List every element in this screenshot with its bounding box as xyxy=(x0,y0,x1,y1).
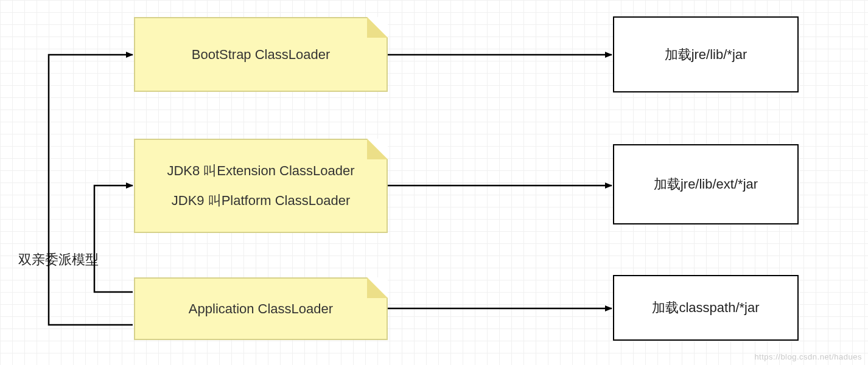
note-bootstrap-label: BootStrap ClassLoader xyxy=(192,47,330,63)
box-classpath-label: 加载classpath/*jar xyxy=(652,299,759,317)
folded-corner-icon xyxy=(367,277,388,298)
note-extension-line1: JDK8 叫Extension ClassLoader xyxy=(167,156,354,186)
note-extension-line2: JDK9 叫Platform ClassLoader xyxy=(172,186,350,215)
box-classpath: 加载classpath/*jar xyxy=(613,275,799,341)
watermark-text: https://blog.csdn.net/hadues xyxy=(754,352,862,361)
note-extension-classloader: JDK8 叫Extension ClassLoader JDK9 叫Platfo… xyxy=(134,139,388,233)
box-jre-lib: 加载jre/lib/*jar xyxy=(613,16,799,92)
box-jre-lib-label: 加载jre/lib/*jar xyxy=(665,46,747,64)
note-application-label: Application ClassLoader xyxy=(189,301,333,317)
note-bootstrap-classloader: BootStrap ClassLoader xyxy=(134,17,388,92)
box-jre-lib-ext: 加载jre/lib/ext/*jar xyxy=(613,144,799,224)
box-jre-lib-ext-label: 加载jre/lib/ext/*jar xyxy=(654,175,758,193)
diagram-canvas: BootStrap ClassLoader JDK8 叫Extension Cl… xyxy=(0,0,868,365)
arrow-application-to-extension xyxy=(94,186,133,292)
folded-corner-icon xyxy=(367,17,388,38)
label-delegation-text: 双亲委派模型 xyxy=(18,252,99,267)
label-delegation-model: 双亲委派模型 xyxy=(18,251,99,269)
arrow-application-to-bootstrap xyxy=(49,55,133,325)
folded-corner-icon xyxy=(367,139,388,159)
note-application-classloader: Application ClassLoader xyxy=(134,277,388,340)
